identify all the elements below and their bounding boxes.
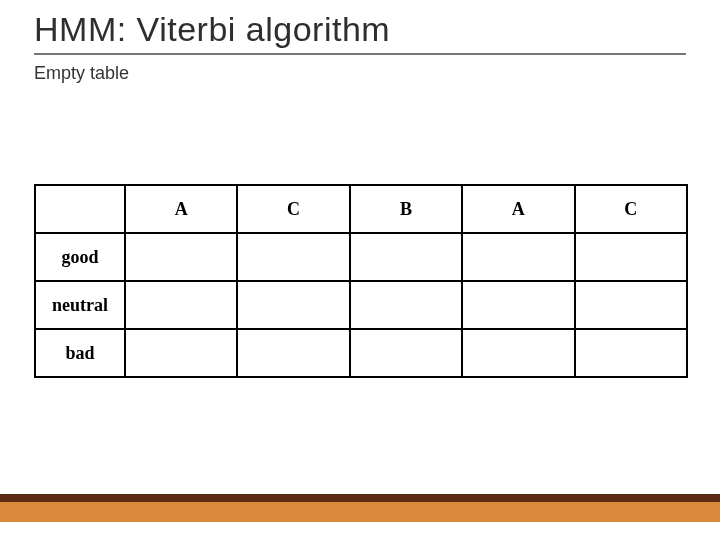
table-row: neutral xyxy=(35,281,687,329)
col-header: A xyxy=(125,185,237,233)
footer-accent xyxy=(0,488,720,524)
table-cell xyxy=(462,281,574,329)
table-cell xyxy=(125,329,237,377)
table-cell xyxy=(237,281,349,329)
table-cell xyxy=(237,329,349,377)
slide: HMM: Viterbi algorithm Empty table A C B… xyxy=(0,0,720,540)
title-block: HMM: Viterbi algorithm Empty table xyxy=(34,10,686,84)
col-header: C xyxy=(237,185,349,233)
table-cell xyxy=(575,281,687,329)
col-header: C xyxy=(575,185,687,233)
table-cell xyxy=(575,329,687,377)
table-cell xyxy=(350,233,462,281)
table-row: good xyxy=(35,233,687,281)
col-header: A xyxy=(462,185,574,233)
table-cell xyxy=(462,233,574,281)
table-cell xyxy=(350,281,462,329)
table-cell xyxy=(350,329,462,377)
viterbi-table-container: A C B A C good neutral xyxy=(34,184,688,378)
table-header-row: A C B A C xyxy=(35,185,687,233)
row-header: bad xyxy=(35,329,125,377)
viterbi-table: A C B A C good neutral xyxy=(34,184,688,378)
table-cell xyxy=(575,233,687,281)
table-cell xyxy=(462,329,574,377)
col-header: B xyxy=(350,185,462,233)
table-corner-cell xyxy=(35,185,125,233)
table-cell xyxy=(125,233,237,281)
table-row: bad xyxy=(35,329,687,377)
footer-band-orange xyxy=(0,502,720,522)
table-cell xyxy=(237,233,349,281)
page-title: HMM: Viterbi algorithm xyxy=(34,10,686,55)
row-header: good xyxy=(35,233,125,281)
page-subtitle: Empty table xyxy=(34,63,686,84)
row-header: neutral xyxy=(35,281,125,329)
table-cell xyxy=(125,281,237,329)
